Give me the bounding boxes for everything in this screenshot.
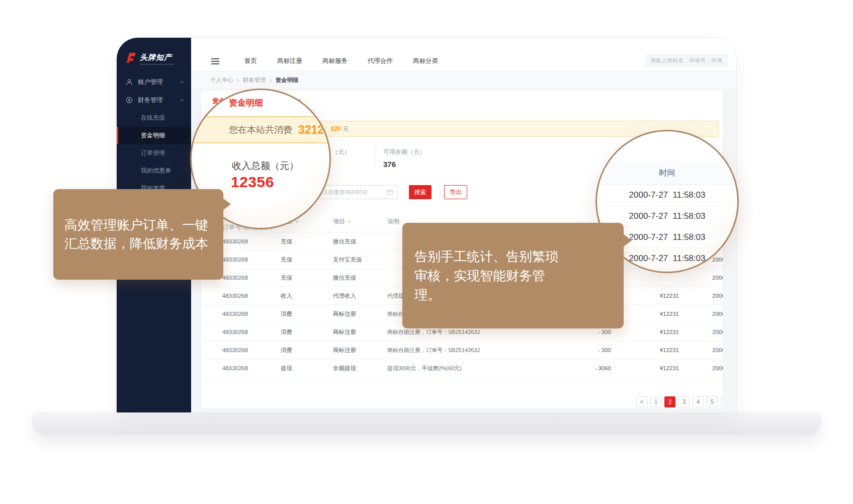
- pagination: < 1 2 3 4 5 >: [636, 396, 723, 407]
- laptop-base: [32, 411, 821, 435]
- callout-right: 告别手工统计、告别繁琐 审核，实现智能财务管 理。: [402, 223, 624, 328]
- stat-divider: [375, 146, 375, 167]
- magnified-consumption-banner: 您在本站共消费 32124: [190, 116, 331, 143]
- table-row: 48330268消费商标注册商标自助注册，订单号：SB2514263J- 300…: [201, 341, 723, 359]
- magnified-income-value: 12356: [231, 174, 274, 191]
- sidebar-item-finance[interactable]: 财务管理: [117, 91, 191, 109]
- breadcrumb-current: 资金明细: [275, 76, 298, 84]
- banner-unit: 元: [343, 126, 349, 132]
- pagination-page-4[interactable]: 4: [693, 396, 704, 407]
- balance-value: 376: [383, 160, 396, 169]
- magnified-income-label: 收入总额（元）: [232, 159, 299, 173]
- chevron-down-icon: [180, 80, 184, 85]
- nav-agent-cooperation[interactable]: 代理合作: [368, 57, 393, 65]
- sidebar-item-label: 财务管理: [138, 96, 163, 105]
- topbar: 首页 商标注册 商标服务 代理合作 商标分类: [191, 38, 736, 71]
- pagination-next-button[interactable]: >: [721, 396, 723, 407]
- callout-right-arrow: [623, 234, 632, 247]
- hamburger-menu-icon[interactable]: [211, 58, 219, 64]
- pagination-prev-button[interactable]: <: [636, 396, 647, 407]
- table-row: 48330268提现余额提现提现3000元，手续费2%(60元)- 3060¥1…: [201, 359, 723, 377]
- breadcrumb-finance[interactable]: 财务管理: [243, 76, 266, 84]
- top-navigation: 首页 商标注册 商标服务 代理合作 商标分类: [244, 57, 438, 65]
- pagination-page-5[interactable]: 5: [707, 396, 718, 407]
- chevron-down-icon: [347, 220, 351, 223]
- breadcrumb-personal-center[interactable]: 个人中心: [210, 76, 233, 84]
- banner-amount-rest: 820: [331, 125, 341, 132]
- breadcrumb: 个人中心 > 财务管理 > 资金明细: [191, 71, 736, 89]
- logo-text: 头牌知产: [140, 52, 172, 63]
- logo-subtext: [141, 64, 173, 65]
- pagination-page-2-active[interactable]: 2: [664, 396, 675, 407]
- sidebar-item-account[interactable]: 账户管理: [117, 73, 191, 91]
- finance-icon: [126, 97, 133, 104]
- column-header-project[interactable]: 项目: [333, 217, 351, 226]
- magnified-time-header: 时间: [597, 161, 737, 185]
- callout-right-text: 告别手工统计、告别繁琐 审核，实现智能财务管 理。: [414, 249, 558, 302]
- callout-left-arrow: [223, 198, 231, 210]
- pagination-page-3[interactable]: 3: [678, 396, 690, 407]
- search-input[interactable]: [645, 54, 728, 67]
- user-icon: [126, 78, 133, 86]
- chevron-down-icon: [295, 220, 299, 223]
- nav-trademark-registration[interactable]: 商标注册: [277, 57, 302, 65]
- callout-left: 高效管理账户订单、一键 汇总数据，降低财务成本: [53, 189, 223, 280]
- callout-left-text: 高效管理账户订单、一键 汇总数据，降低财务成本: [64, 217, 208, 251]
- nav-trademark-classification[interactable]: 商标分类: [413, 57, 438, 65]
- balance-label: 可用余额（元）: [383, 148, 425, 156]
- logo-flag-icon: [125, 52, 137, 64]
- export-button[interactable]: 导出: [444, 185, 467, 199]
- calendar-icon[interactable]: [387, 189, 393, 195]
- search-button[interactable]: 搜索: [409, 185, 432, 199]
- sidebar-item-order-management[interactable]: 订单管理: [117, 144, 191, 162]
- app-logo[interactable]: 头牌知产: [125, 52, 172, 64]
- chevron-up-icon: [180, 98, 184, 103]
- sidebar-item-fund-details[interactable]: 资金明细: [117, 127, 191, 144]
- column-header-desc: 说明: [387, 217, 399, 226]
- magnified-time-row: 2000-7-27 11:58:03: [597, 185, 737, 206]
- sidebar-item-coupons[interactable]: 我的优惠券: [117, 162, 191, 180]
- pagination-page-1[interactable]: 1: [650, 396, 661, 407]
- nav-trademark-services[interactable]: 商标服务: [322, 57, 348, 65]
- nav-home[interactable]: 首页: [244, 57, 257, 65]
- sidebar-item-label: 账户管理: [138, 78, 163, 87]
- magnified-tab-label: 资金明细: [229, 97, 263, 109]
- stat-partial-label: （元）: [332, 148, 350, 156]
- page-background: 头牌知产 账户管理 财务管理 在线充值 资金明细: [0, 0, 853, 504]
- sidebar-item-online-recharge[interactable]: 在线充值: [117, 109, 191, 127]
